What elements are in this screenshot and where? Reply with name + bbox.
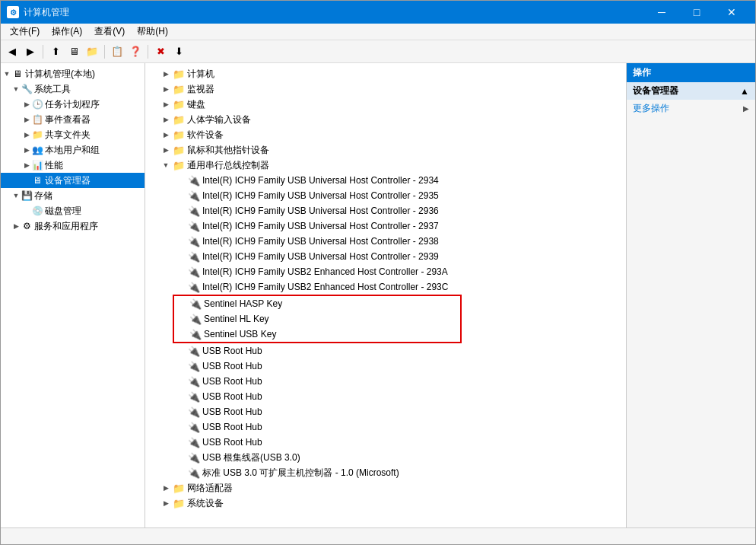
- toolbar-show-icon[interactable]: 🖥: [65, 43, 82, 60]
- list-item[interactable]: 🔌 Sentinel USB Key: [174, 327, 460, 342]
- network-folder-icon: 📁: [173, 482, 185, 494]
- shared-folders-expander[interactable]: ▶: [22, 130, 31, 139]
- shared-folders-label: 共享文件夹: [45, 129, 91, 142]
- performance-expander[interactable]: ▶: [22, 161, 31, 170]
- usb-device-icon: 🔌: [188, 266, 200, 278]
- list-item[interactable]: ▶ 📁 网络适配器: [145, 480, 626, 496]
- list-item[interactable]: 🔌 USB Root Hub: [145, 389, 626, 404]
- list-item[interactable]: ▶ 📁 计算机: [145, 66, 626, 81]
- disk-mgmt-expander[interactable]: [22, 206, 31, 215]
- list-item[interactable]: 🔌 USB Root Hub: [145, 359, 626, 374]
- sidebar-item-performance[interactable]: ▶ 📊 性能: [1, 158, 145, 173]
- computer-icon: 🖥: [11, 68, 24, 80]
- usb-device-icon: 🔌: [188, 205, 200, 217]
- list-item[interactable]: 🔌 Intel(R) ICH9 Family USB Universal Hos…: [145, 203, 626, 218]
- toolbar-back-icon[interactable]: ◀: [4, 43, 21, 60]
- list-item[interactable]: 🔌 USB Root Hub: [145, 343, 626, 359]
- keyboard-expander-icon[interactable]: ▶: [160, 99, 171, 110]
- sidebar-item-task-scheduler[interactable]: ▶ 🕒 任务计划程序: [1, 97, 145, 112]
- menu-help[interactable]: 帮助(H): [131, 24, 174, 40]
- sidebar-item-storage[interactable]: ▼ 💾 存储: [1, 188, 145, 203]
- sidebar-item-local-users[interactable]: ▶ 👥 本地用户和组: [1, 142, 145, 158]
- list-item[interactable]: 🔌 USB Root Hub: [145, 404, 626, 419]
- list-item[interactable]: 🔌 USB Root Hub: [145, 419, 626, 435]
- list-item[interactable]: 🔌 USB Root Hub: [145, 374, 626, 389]
- list-item[interactable]: 🔌 Intel(R) ICH9 Family USB Universal Hos…: [145, 234, 626, 249]
- list-item[interactable]: 🔌 Intel(R) ICH9 Family USB Universal Hos…: [145, 188, 626, 203]
- root-expander[interactable]: ▼: [2, 69, 11, 78]
- list-item[interactable]: ▶ 📁 鼠标和其他指针设备: [145, 142, 626, 158]
- action-section-title-label: 设备管理器: [633, 84, 678, 97]
- software-expander-icon[interactable]: ▶: [160, 129, 171, 140]
- no-expander: [176, 376, 186, 387]
- list-item[interactable]: 🔌 Intel(R) ICH9 Family USB2 Enhanced Hos…: [145, 279, 626, 295]
- toolbar-help-icon[interactable]: ❓: [127, 43, 144, 60]
- list-item[interactable]: ▼ 📁 通用串行总线控制器: [145, 158, 626, 173]
- list-item[interactable]: 🔌 Intel(R) ICH9 Family USB Universal Hos…: [145, 218, 626, 234]
- toolbar-properties-icon[interactable]: 📋: [109, 43, 125, 60]
- toolbar-cancel-icon[interactable]: ✖: [152, 43, 169, 60]
- sysdev-expander-icon[interactable]: ▶: [160, 498, 171, 508]
- title-bar-left: ⚙ 计算机管理: [7, 6, 69, 19]
- sentinel-highlight-box: 🔌 Sentinel HASP Key 🔌 Sentinel HL Key 🔌 …: [173, 295, 462, 343]
- close-button[interactable]: ✕: [714, 1, 749, 24]
- event-viewer-expander[interactable]: ▶: [22, 115, 31, 124]
- menu-bar: 文件(F) 操作(A) 查看(V) 帮助(H): [1, 24, 755, 40]
- list-item[interactable]: 🔌 Sentinel HL Key: [174, 311, 460, 327]
- sidebar-item-shared-folders[interactable]: ▶ 📁 共享文件夹: [1, 127, 145, 142]
- list-item[interactable]: 🔌 USB 根集线器(USB 3.0): [145, 450, 626, 465]
- services-expander[interactable]: ▶: [11, 222, 21, 231]
- list-item[interactable]: 🔌 Intel(R) ICH9 Family USB Universal Hos…: [145, 249, 626, 264]
- disk-management-label: 磁盘管理: [45, 205, 81, 218]
- usb-controller-expander-icon[interactable]: ▼: [160, 160, 171, 171]
- no-expander: [177, 314, 188, 324]
- performance-label: 性能: [45, 159, 63, 172]
- list-item[interactable]: ▶ 📁 人体学输入设备: [145, 112, 626, 127]
- menu-action[interactable]: 操作(A): [46, 24, 88, 40]
- list-item[interactable]: ▶ 📁 键盘: [145, 97, 626, 112]
- system-tools-expander[interactable]: ▼: [11, 84, 21, 94]
- list-item[interactable]: 🔌 Sentinel HASP Key: [174, 296, 460, 311]
- toolbar-forward-icon[interactable]: ▶: [22, 43, 39, 60]
- monitor-expander-icon[interactable]: ▶: [160, 84, 171, 94]
- sidebar-item-system-tools[interactable]: ▼ 🔧 系统工具: [1, 81, 145, 97]
- menu-view[interactable]: 查看(V): [88, 24, 131, 40]
- storage-expander[interactable]: ▼: [11, 191, 21, 200]
- local-users-expander[interactable]: ▶: [22, 145, 31, 155]
- network-expander-icon[interactable]: ▶: [160, 483, 171, 493]
- device-item-label: 软件设备: [187, 129, 224, 142]
- sentinel-hasp-label: Sentinel HASP Key: [204, 298, 282, 309]
- device-item-label: 键盘: [187, 98, 205, 111]
- actions-header: 操作: [627, 63, 755, 82]
- section-collapse-icon[interactable]: ▲: [740, 86, 749, 97]
- list-item[interactable]: ▶ 📁 软件设备: [145, 127, 626, 142]
- toolbar-refresh-icon[interactable]: ⬇: [170, 43, 187, 60]
- usb-device-icon: 🔌: [188, 250, 200, 263]
- list-item[interactable]: 🔌 Intel(R) ICH9 Family USB2 Enhanced Hos…: [145, 264, 626, 279]
- usb-device-icon: 🔌: [188, 467, 200, 479]
- maximize-button[interactable]: □: [679, 1, 714, 24]
- mouse-expander-icon[interactable]: ▶: [160, 145, 171, 155]
- list-item[interactable]: ▶ 📁 监视器: [145, 81, 626, 97]
- list-item[interactable]: ▶ 📁 系统设备: [145, 496, 626, 511]
- menu-file[interactable]: 文件(F): [4, 24, 46, 40]
- status-bar: [1, 527, 755, 544]
- more-actions-item[interactable]: 更多操作 ▶: [627, 100, 755, 116]
- no-expander: [176, 221, 186, 231]
- task-scheduler-expander[interactable]: ▶: [22, 100, 31, 109]
- sidebar-item-disk-management[interactable]: 💿 磁盘管理: [1, 203, 145, 218]
- minimize-button[interactable]: ─: [644, 1, 679, 24]
- device-item-label: USB Root Hub: [202, 437, 262, 448]
- computer-expander-icon[interactable]: ▶: [160, 69, 171, 79]
- list-item[interactable]: 🔌 USB Root Hub: [145, 435, 626, 450]
- sidebar-item-device-manager[interactable]: 🖥 设备管理器: [1, 173, 145, 188]
- sidebar-item-event-viewer[interactable]: ▶ 📋 事件查看器: [1, 112, 145, 127]
- sidebar-item-services[interactable]: ▶ ⚙ 服务和应用程序: [1, 218, 145, 234]
- sidebar-root[interactable]: ▼ 🖥 计算机管理(本地): [1, 66, 145, 81]
- hid-expander-icon[interactable]: ▶: [160, 114, 171, 125]
- toolbar-folder-icon[interactable]: 📁: [84, 43, 100, 60]
- list-item[interactable]: 🔌 标准 USB 3.0 可扩展主机控制器 - 1.0 (Microsoft): [145, 465, 626, 480]
- toolbar-up-icon[interactable]: ⬆: [47, 43, 64, 60]
- list-item[interactable]: 🔌 Intel(R) ICH9 Family USB Universal Hos…: [145, 173, 626, 188]
- device-manager-expander[interactable]: [22, 176, 31, 185]
